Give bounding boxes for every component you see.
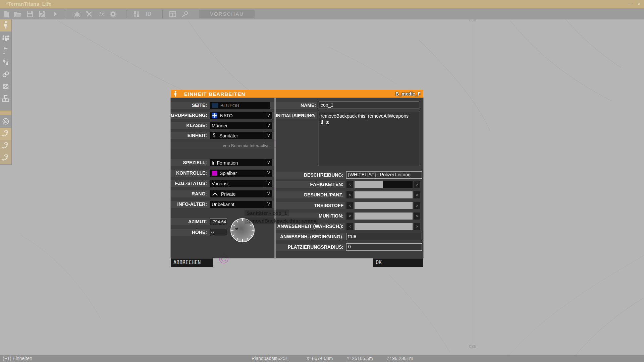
chevron-down-icon: V [265, 122, 272, 129]
sidebar-item-center[interactable] [0, 116, 11, 128]
field-row-fzg-status: FZG.-STATUS: Voreinst. V [171, 180, 274, 187]
radius-label-strip: PLATZIERUNGSRADIUS: [276, 244, 345, 251]
kontrolle-dropdown[interactable]: Spielbar V [210, 170, 272, 177]
condition-input[interactable]: true [346, 233, 422, 240]
health-increase-button[interactable]: > [414, 191, 420, 198]
fzg-status-label: FZG.-STATUS: [171, 180, 207, 187]
ammo-slider[interactable] [355, 213, 413, 220]
debug-button[interactable] [72, 9, 82, 19]
chevron-down-icon: V [265, 190, 272, 197]
ammo-decrease-button[interactable]: < [346, 213, 353, 220]
field-row-hoehe: HÖHE: 0 [171, 229, 274, 236]
map-grid-label-bottom: 086 [469, 344, 476, 349]
seite-field[interactable]: BLUFOR [210, 102, 270, 109]
fuel-slider-fill [355, 202, 413, 209]
ids-toggle-button[interactable]: ID [144, 9, 154, 19]
sidebar-item-triggers[interactable] [0, 45, 11, 57]
presence-slider-fill [355, 223, 413, 230]
sidebar-item-markers[interactable] [0, 81, 11, 93]
sidebar-item-synchronize[interactable] [0, 69, 11, 81]
beschreibung-input[interactable]: [WHITELIST] - Polizei Leitung [346, 171, 422, 179]
fzg-status-dropdown[interactable]: Voreinst. V [210, 180, 272, 187]
sidebar-item-audio-2[interactable] [0, 140, 11, 152]
field-row-azimut: AZIMUT: -794.64 [171, 218, 274, 225]
sidebar-item-groups[interactable] [0, 33, 11, 45]
fuel-decrease-button[interactable]: < [346, 202, 353, 209]
dialog-titlebar[interactable]: EINHEIT BEARBEITEN B_medic_F [171, 90, 423, 98]
new-file-icon [3, 10, 10, 18]
azimuth-dial[interactable] [230, 218, 255, 243]
dialog-left-panel: SEITE: BLUFOR GRUPPIERUNG: NATO V KLASSE… [171, 98, 274, 258]
save-as-button[interactable] [37, 9, 47, 19]
medic-icon [212, 133, 217, 138]
panels-button[interactable] [168, 9, 178, 19]
ammo-slider-fill [355, 213, 413, 220]
fuel-slider[interactable] [355, 202, 413, 209]
skill-decrease-button[interactable]: < [346, 181, 353, 188]
kontrolle-label: KONTROLLE: [171, 170, 207, 177]
preview-button[interactable]: VORSCHAU [199, 9, 255, 18]
gruppierung-label: GRUPPIERUNG: [171, 112, 207, 119]
init-textarea[interactable]: removeBackpack this; removeAllWeapons th… [319, 112, 419, 166]
toolbar-separator [66, 10, 66, 18]
info-alter-dropdown[interactable]: Unbekannt V [210, 201, 272, 208]
sidebar-item-waypoints[interactable] [0, 57, 11, 69]
gruppierung-dropdown[interactable]: NATO V [210, 112, 272, 119]
rang-dropdown[interactable]: Private V [210, 190, 272, 197]
health-label: GESUNDH./PANZ. [276, 191, 343, 198]
wrench-icon [85, 10, 93, 18]
hoehe-label: HÖHE: [171, 229, 207, 236]
sidebar-item-units[interactable] [0, 19, 11, 32]
publish-button[interactable] [180, 9, 190, 19]
sidebar-item-audio-1[interactable] [0, 128, 11, 140]
target-icon [2, 117, 10, 127]
ear-icon [2, 141, 10, 151]
unit-classname: B_medic_F [395, 91, 421, 97]
health-decrease-button[interactable]: < [346, 191, 353, 198]
azimut-label: AZIMUT: [171, 218, 207, 225]
speziell-dropdown[interactable]: In Formation V [210, 159, 272, 166]
functions-button[interactable]: fx [96, 9, 106, 19]
health-slider[interactable] [355, 191, 413, 198]
field-row-einheit: EINHEIT: Sanitäter V [171, 132, 274, 139]
chain-link-icon [2, 71, 10, 79]
dialog-title: EINHEIT BEARBEITEN [184, 91, 245, 97]
kontrolle-value: Spielbar [220, 171, 237, 176]
name-input[interactable]: cop_1 [319, 102, 419, 109]
nato-icon [212, 113, 217, 118]
skill-increase-button[interactable]: > [414, 181, 420, 188]
ammo-increase-button[interactable]: > [414, 213, 420, 220]
footprints-icon [2, 58, 10, 68]
klasse-dropdown[interactable]: Männer V [210, 122, 272, 129]
fuel-increase-button[interactable]: > [414, 202, 420, 209]
azimut-input[interactable]: -794.64 [210, 218, 227, 225]
einheit-dropdown[interactable]: Sanitäter V [210, 132, 272, 139]
grid-toggle-button[interactable] [131, 9, 142, 19]
ok-button[interactable]: OK [373, 258, 423, 267]
new-file-button[interactable] [1, 9, 11, 19]
settings-button[interactable] [108, 9, 118, 19]
open-file-button[interactable] [13, 9, 23, 19]
sidebar-item-audio-3[interactable] [0, 152, 11, 164]
export-button[interactable] [49, 9, 59, 19]
skill-slider[interactable] [355, 181, 413, 188]
sidebar-item-modules[interactable] [0, 93, 11, 105]
presence-decrease-button[interactable]: < [346, 223, 353, 230]
tools-button[interactable] [84, 9, 94, 19]
ear-icon [2, 154, 10, 163]
author-credit: von Bohemia Interactive [223, 143, 270, 148]
presence-slider[interactable] [355, 223, 413, 230]
presence-increase-button[interactable]: > [414, 223, 420, 230]
close-icon[interactable]: ✕ [637, 1, 641, 6]
minimize-icon[interactable]: — [628, 1, 632, 6]
titlebar: *TerranTitans_Life — ✕ [0, 0, 644, 8]
field-row-gruppierung: GRUPPIERUNG: NATO V [171, 112, 274, 119]
condition-label-strip: ANWESENH. (BEDINGUNG): [276, 233, 345, 240]
radius-input[interactable]: 0 [346, 243, 422, 251]
person-icon [3, 21, 8, 30]
hoehe-input[interactable]: 0 [210, 229, 227, 236]
speziell-value: In Formation [212, 160, 238, 166]
dialog-right-panel: NAME: cop_1 INITIALISIERUNG: removeBackp… [276, 98, 423, 258]
save-button[interactable] [25, 9, 35, 19]
cancel-button[interactable]: ABBRECHEN [171, 258, 213, 267]
